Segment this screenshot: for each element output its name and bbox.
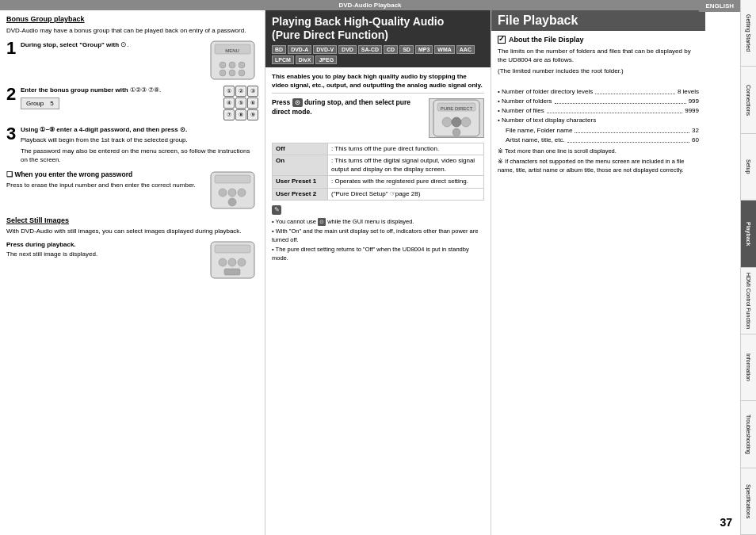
- svg-point-11: [219, 189, 227, 197]
- side-tab-getting-started[interactable]: Getting Started: [741, 0, 756, 67]
- svg-point-7: [229, 70, 235, 76]
- step-2-side: ① ② ③ ④ ⑤ ⑥ ⑦ ⑧ ⑨: [220, 86, 258, 120]
- step-3-notes: Playback will begin from the 1st track o…: [21, 136, 258, 164]
- bullet-notes: • You cannot use ⊙ while the GUI menu is…: [272, 218, 484, 263]
- num-6: ⑥: [247, 97, 258, 109]
- num-9: ⑨: [247, 109, 258, 120]
- file-section-title: About the File Display: [498, 36, 699, 44]
- num-3: ③: [247, 86, 258, 97]
- format-badges: BD DVD-A DVD-V DVD SA-CD CD SD MP3 WMA A…: [272, 45, 484, 64]
- remote-image-mid: PURE DIRECT: [430, 98, 483, 138]
- left-title: Bonus Group playback: [6, 15, 258, 23]
- svg-point-19: [238, 258, 246, 266]
- svg-point-8: [239, 70, 245, 76]
- num-grid: ① ② ③ ④ ⑤ ⑥ ⑦ ⑧ ⑨: [223, 86, 258, 120]
- badge-mp3: MP3: [415, 45, 433, 54]
- mode-table: Off : This turns off the pure direct fun…: [272, 143, 484, 201]
- step-2: 2 Enter the bonus group number with ①②③ …: [6, 86, 258, 120]
- left-column: Bonus Group playback DVD-Audio may have …: [0, 10, 265, 535]
- select-still-title: Select Still Images: [6, 216, 258, 224]
- step-1-text: During stop, select "Group" with ⊙.: [21, 40, 204, 50]
- wrong-password-title: ❑ When you enter the wrong password: [6, 170, 204, 178]
- svg-rect-10: [215, 175, 250, 183]
- num-7: ⑦: [223, 109, 235, 120]
- svg-point-12: [228, 189, 236, 197]
- mid-header: Playing Back High-Quality Audio (Pure Di…: [265, 10, 491, 67]
- file-row-5-label: File name, Folder name: [506, 126, 572, 135]
- file-row-2: • Number of folders 999: [498, 97, 699, 105]
- step-3: 3 Using ①~⑨ enter a 4-digit password, an…: [6, 125, 258, 166]
- press-remote-img: [207, 240, 258, 281]
- step-3-content: Using ①~⑨ enter a 4-digit password, and …: [21, 125, 258, 166]
- wrong-password-desc: Press to erase the input number and then…: [6, 181, 204, 189]
- bullet-note-3: • The pure direct setting returns to "Of…: [272, 246, 484, 262]
- badge-sd: SD: [399, 45, 414, 54]
- select-still-text: With DVD-Audio with still images, you ca…: [6, 227, 258, 235]
- mode-row-preset2: User Preset 2 ("Pure Direct Setup" ☞page…: [273, 188, 484, 200]
- step-1-content: During stop, select "Group" with ⊙.: [21, 40, 204, 52]
- step-1-number: 1: [6, 40, 17, 57]
- step-2-number: 2: [6, 86, 17, 103]
- file-row-4-label: • Number of text display characters: [498, 117, 596, 124]
- side-tab-setup[interactable]: Setup: [741, 134, 756, 201]
- mode-row-preset1: User Preset 1 : Operates with the regist…: [273, 176, 484, 188]
- file-row-3-value: 9999: [685, 106, 699, 115]
- group-value: 5: [50, 100, 53, 107]
- file-content: The limits on the number of folders and …: [498, 47, 699, 174]
- group-box: Group 5: [21, 97, 59, 109]
- side-tab-information[interactable]: Information: [741, 334, 756, 401]
- svg-point-25: [452, 117, 461, 127]
- right-header: File Playback: [491, 10, 705, 31]
- step-3-note2: The password may also be entered on the …: [21, 147, 258, 164]
- file-row-5: File name, Folder name 32: [498, 126, 699, 135]
- wrong-password-img: [207, 170, 258, 212]
- num-2: ②: [235, 86, 246, 97]
- note-icon-block: ✎: [272, 205, 484, 215]
- badge-wma: WMA: [434, 45, 455, 54]
- file-row-1: • Number of folder directory levels 8 le…: [498, 87, 699, 96]
- file-row-2-label: • Number of folders: [498, 97, 552, 105]
- file-row-6-dots: [567, 136, 689, 143]
- press-subtext: The next still image is displayed.: [6, 250, 204, 258]
- svg-point-14: [228, 198, 236, 206]
- asterisk-note-1: ※ Text more than one line is scroll disp…: [498, 147, 699, 156]
- badge-aac: AAC: [456, 45, 475, 54]
- file-intro: The limits on the number of folders and …: [498, 47, 699, 64]
- mid-step-text: Press ⊙ during stop, and then select pur…: [272, 98, 426, 117]
- svg-point-17: [219, 258, 227, 266]
- asterisk-note-2: ※ If characters not supported on the men…: [498, 158, 699, 174]
- file-row-3: • Number of files 9999: [498, 106, 699, 115]
- side-tab-connections[interactable]: Connections: [741, 67, 756, 133]
- side-tab-specifications[interactable]: Specifications: [741, 468, 756, 535]
- file-row-6-value: 60: [692, 136, 699, 144]
- side-tabs: Getting Started Connections Setup Playba…: [740, 0, 756, 535]
- mode-desc-on: : This turns off the digital signal outp…: [328, 155, 484, 176]
- side-tab-hdmi[interactable]: HDMI Control Function: [741, 268, 756, 334]
- file-row-1-dots: [595, 87, 675, 94]
- step-1: 1 During stop, select "Group" with ⊙. ME…: [6, 40, 258, 81]
- press-text: Press during playback. The next still im…: [6, 240, 204, 259]
- svg-rect-20: [224, 269, 240, 275]
- mode-desc-preset1: : Operates with the registered pure dire…: [328, 176, 484, 188]
- left-intro: DVD-Audio may have a bonus group that ca…: [6, 26, 258, 35]
- mode-label-on: On: [273, 155, 328, 176]
- side-tab-troubleshooting[interactable]: Troubleshooting: [741, 401, 756, 468]
- wrong-password-section: ❑ When you enter the wrong password Pres…: [6, 170, 258, 212]
- note-icon: ✎: [272, 205, 281, 215]
- mid-step-img: PURE DIRECT: [429, 98, 484, 138]
- press-block: Press during playback. The next still im…: [6, 240, 258, 281]
- side-tab-playback[interactable]: Playback: [741, 201, 756, 267]
- mode-desc-preset2: ("Pure Direct Setup" ☞page 28): [328, 188, 484, 200]
- file-sub-intro: (The limited number includes the root fo…: [498, 67, 699, 75]
- remote-image-press: [207, 240, 258, 280]
- svg-point-6: [220, 70, 226, 76]
- badge-lpcm: LPCM: [272, 55, 294, 64]
- mode-row-off: Off : This turns off the pure direct fun…: [273, 143, 484, 155]
- remote-image-wrong: [207, 170, 258, 210]
- file-row-3-dots: [547, 106, 682, 113]
- mid-step: Press ⊙ during stop, and then select pur…: [272, 98, 484, 138]
- mid-intro-text: This enables you to play back high quali…: [272, 72, 484, 94]
- step-3-text: Using ①~⑨ enter a 4-digit password, and …: [21, 125, 258, 134]
- right-column: File Playback About the File Display The…: [491, 10, 705, 535]
- badge-divx: DivX: [296, 55, 315, 64]
